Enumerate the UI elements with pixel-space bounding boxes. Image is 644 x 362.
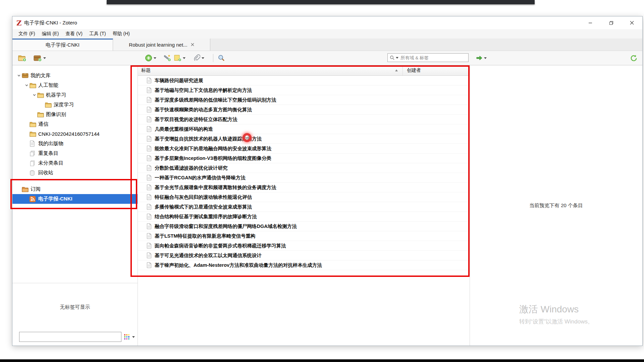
zotero-window: Z 电子学报-CNKI - Zotero 文件 (F)编辑 (E)查看 (V)工… [12, 16, 643, 346]
new-collection-icon [18, 54, 26, 62]
feed-row-0[interactable]: 电子学报-CNKI [12, 194, 138, 204]
item-title: 基于快速模糊聚类的动态多直方图均衡化算法 [155, 107, 252, 113]
item-row[interactable]: 面向帕金森病语音诊断的非监督两步式卷积稀疏迁移学习算法 [138, 241, 470, 251]
collection-row-3-label: 深度学习 [54, 102, 74, 108]
item-row[interactable]: 基于快速模糊聚类的动态多直方图均衡化算法 [138, 105, 470, 115]
item-row[interactable]: 一种基于RCGAN的水声通信信号降噪方法 [138, 173, 470, 183]
collection-row-3[interactable]: 深度学习 [12, 100, 138, 110]
item-row[interactable]: 多播传输模式下的卫星通信安全波束成形算法 [138, 202, 470, 212]
collections-tree: 我的文库人工智能机器学习深度学习图像识别通信CNKI-2022042416075… [12, 65, 138, 283]
item-title: 分数阶低通滤波器的优化设计研究 [155, 165, 228, 171]
new-collection-button[interactable] [18, 53, 26, 63]
unfiled-items-icon [30, 160, 38, 166]
restore-button[interactable] [601, 16, 622, 29]
tab-library[interactable]: 电子学报-CNKI [12, 39, 113, 51]
item-row[interactable]: 基于全光节点频谱集中度和频谱离散转换的业务调度方法 [138, 183, 470, 192]
collection-row-2[interactable]: 机器学习 [12, 90, 138, 100]
item-row[interactable]: 基于地磁与空间上下文信息的半解析定向方法 [138, 85, 470, 95]
new-note-button[interactable] [173, 53, 185, 63]
add-by-identifier-button[interactable] [163, 53, 171, 63]
menu-file[interactable]: 文件 (F) [15, 29, 39, 38]
feed-row-0-label: 电子学报-CNKI [38, 196, 72, 202]
collection-row-6[interactable]: CNKI-20220424160757144 [12, 129, 138, 139]
new-item-dropdown-icon[interactable] [154, 57, 156, 59]
minimize-button[interactable] [580, 16, 601, 29]
zotero-logo-icon: Z [16, 19, 21, 26]
add-attachment-button[interactable] [194, 53, 204, 63]
new-item-button[interactable] [145, 53, 156, 63]
items-header: 标题 创建者 [138, 65, 470, 76]
attachment-dropdown-icon[interactable] [202, 57, 204, 59]
tag-selector: 无标签可显示 [12, 283, 138, 346]
menu-edit[interactable]: 编辑 (E) [39, 29, 62, 38]
new-library-button[interactable] [33, 53, 46, 63]
new-library-dropdown-icon[interactable] [43, 57, 46, 59]
chevron-expanded-icon[interactable] [23, 83, 30, 87]
advanced-search-button[interactable] [218, 53, 225, 63]
locate-button[interactable] [476, 53, 487, 63]
tag-color-grid-icon[interactable] [123, 334, 130, 340]
item-row[interactable]: 基于噪声初始化、Adam-Nesterov方法和准双曲动量方法的对抗样本生成方法 [138, 260, 470, 270]
tag-filter-input[interactable] [19, 332, 121, 342]
tab-library-label: 电子学报-CNKI [46, 42, 79, 48]
menu-help[interactable]: 帮助 (H) [109, 29, 133, 38]
sync-button[interactable] [630, 53, 638, 63]
collection-row-0[interactable]: 我的文库 [12, 71, 138, 80]
document-icon [147, 223, 155, 229]
item-title: 基于变增益自抗扰技术的机器人轨迹跟踪控制方法 [155, 136, 262, 142]
document-icon [147, 126, 155, 132]
quick-search-box[interactable] [387, 53, 469, 62]
folder-icon [30, 82, 38, 88]
menu-bar: 文件 (F)编辑 (E)查看 (V)工具 (T)帮助 (H) [12, 29, 642, 39]
item-row[interactable]: 融合字符级滑动窗口和深度残差网络的僵尸网络DGA域名检测方法 [138, 222, 470, 231]
item-row[interactable]: 特征融合与灰色回归的滚动轴承性能退化评估 [138, 192, 470, 202]
collection-row-4[interactable]: 图像识别 [12, 110, 138, 119]
menu-view[interactable]: 查看 (V) [62, 29, 86, 38]
folder-icon [30, 131, 38, 137]
collection-row-5[interactable]: 通信 [12, 119, 138, 129]
feeds-group-row[interactable]: 订阅 [12, 184, 138, 194]
search-icon [390, 55, 394, 60]
column-header-title[interactable]: 标题 [138, 65, 403, 75]
new-note-dropdown-icon[interactable] [183, 57, 185, 59]
item-row[interactable]: 分数阶低通滤波器的优化设计研究 [138, 163, 470, 173]
item-details-pane: 当前预览下有 20 个条目 [470, 65, 642, 346]
menu-tools[interactable]: 工具 (T) [86, 29, 109, 38]
item-row[interactable]: 结合结构特征基于测试集重排序的故障诊断方法 [138, 212, 470, 222]
collection-row-8[interactable]: 重复条目 [12, 148, 138, 158]
item-row[interactable]: 基于深度多级残差网络的低信噪比下空频分组码识别方法 [138, 95, 470, 105]
chevron-expanded-icon[interactable] [31, 93, 37, 97]
collection-row-9[interactable]: 未分类条目 [12, 158, 138, 168]
item-row[interactable]: 基于可见光通信技术的全双工以太网通信系统设计 [138, 251, 470, 260]
document-icon [147, 184, 155, 190]
title-bar[interactable]: Z 电子学报-CNKI - Zotero [12, 16, 642, 29]
tab-reader[interactable]: Robust joint learning net... [113, 39, 210, 51]
locate-dropdown-icon[interactable] [484, 57, 487, 59]
search-scope-dropdown-icon[interactable] [396, 57, 398, 59]
item-title: 车辆路径问题研究进展 [155, 77, 203, 84]
tag-options-dropdown-icon[interactable] [132, 336, 135, 338]
item-row[interactable]: 基于双目视觉的改进特征立体匹配方法 [138, 115, 470, 124]
publications-icon [30, 140, 38, 147]
document-icon [147, 87, 155, 93]
item-row[interactable]: 车辆路径问题研究进展 [138, 76, 470, 85]
item-title: 基于双目视觉的改进特征立体匹配方法 [155, 116, 237, 123]
collection-row-7[interactable]: 我的出版物 [12, 139, 138, 148]
document-icon [147, 194, 155, 200]
collection-row-9-label: 未分类条目 [38, 160, 63, 166]
document-icon [147, 175, 155, 181]
close-tab-icon[interactable] [191, 43, 194, 46]
quick-search-input[interactable] [400, 55, 466, 61]
column-title-label: 标题 [141, 67, 151, 73]
collection-row-1[interactable]: 人工智能 [12, 80, 138, 90]
item-row[interactable]: 几类最优重根循环码的构造 [138, 124, 470, 134]
chevron-expanded-icon[interactable] [16, 74, 22, 77]
item-row[interactable]: 能效最大化准则下的星地融合网络的安全波束成形算法 [138, 144, 470, 154]
new-item-icon [145, 54, 152, 62]
column-header-creator[interactable]: 创建者 [403, 65, 470, 75]
item-row[interactable]: 基于多层聚焦Inception-V3卷积网络的细粒度图像分类 [138, 154, 470, 163]
item-row[interactable]: 基于LSTM特征提取的有限新息率畸变信号重构 [138, 231, 470, 241]
collection-row-10[interactable]: 回收站 [12, 168, 138, 178]
close-button[interactable] [622, 16, 642, 29]
item-row[interactable]: 基于变增益自抗扰技术的机器人轨迹跟踪控制方法 [138, 134, 470, 144]
